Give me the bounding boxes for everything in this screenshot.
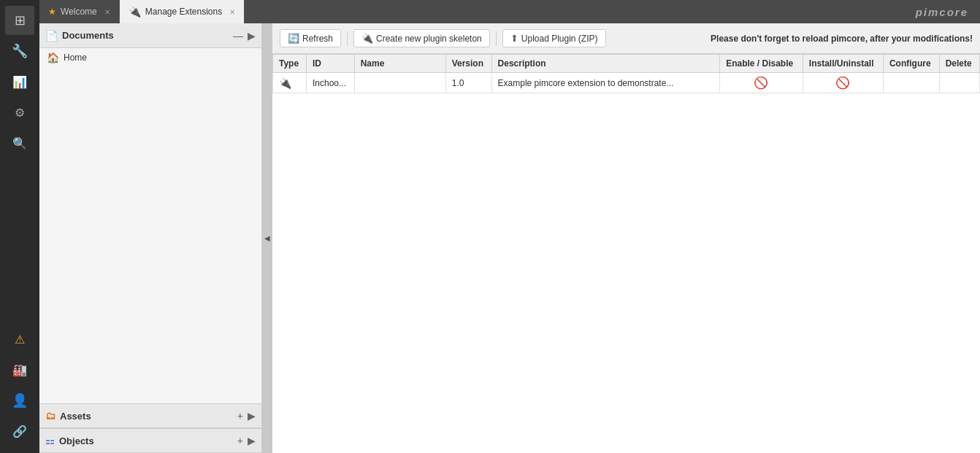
left-panel: 📄 Documents — ▶ 🏠 Home 🗂 Assets bbox=[39, 23, 262, 453]
extensions-toolbar: 🔄 Refresh 🔌 Create new plugin skeleton ⬆… bbox=[272, 23, 980, 54]
objects-title-label: Objects bbox=[59, 435, 94, 446]
chart-icon: 📊 bbox=[12, 75, 27, 89]
assets-icon: 🗂 bbox=[45, 410, 55, 422]
documents-icon: 📄 bbox=[45, 30, 58, 42]
col-enable-disable: Enable / Disable bbox=[720, 55, 803, 73]
extensions-table-scroll: Type ID Name Version Description Enable … bbox=[272, 54, 980, 453]
content-area: 📄 Documents — ▶ 🏠 Home 🗂 Assets bbox=[39, 23, 980, 453]
tab-welcome-label: Welcome bbox=[61, 7, 97, 17]
tab-bar: ★ Welcome ✕ 🔌 Manage Extensions ✕ pimcor… bbox=[39, 0, 980, 23]
create-plugin-label: Create new plugin skeleton bbox=[376, 34, 482, 44]
tab-welcome[interactable]: ★ Welcome ✕ bbox=[39, 0, 120, 23]
toolbar-sep-1 bbox=[347, 31, 348, 46]
col-install-uninstall: Install/Uninstall bbox=[803, 55, 883, 73]
cell-description: Example pimcore extension to demonstrate… bbox=[491, 73, 720, 93]
sidebar-icon-gear[interactable]: ⚙ bbox=[5, 98, 34, 127]
col-delete: Delete bbox=[939, 55, 979, 73]
documents-panel-header: 📄 Documents — ▶ bbox=[39, 23, 261, 48]
collapse-arrow-icon: ◀ bbox=[264, 234, 270, 242]
home-icon: 🏠 bbox=[47, 52, 59, 63]
sidebar-icon-search[interactable]: 🔍 bbox=[5, 128, 34, 158]
pimcore-logo-text: pimcore bbox=[916, 6, 968, 18]
share-icon: 🔗 bbox=[12, 425, 27, 438]
toolbar-warning: Please don't forget to reload pimcore, a… bbox=[711, 34, 973, 44]
col-version: Version bbox=[445, 55, 491, 73]
create-plugin-icon: 🔌 bbox=[361, 33, 373, 44]
sidebar-icon-wrench[interactable]: 🔧 bbox=[5, 36, 34, 66]
tab-welcome-close[interactable]: ✕ bbox=[104, 8, 110, 16]
collapse-handle[interactable]: ◀ bbox=[262, 23, 272, 453]
table-row: 🔌 Inchoo... 1.0 Example pimcore extensio… bbox=[273, 73, 980, 93]
sidebar-icon-factory[interactable]: 🏭 bbox=[5, 355, 34, 384]
cell-enable-disable[interactable]: 🚫 bbox=[720, 73, 803, 93]
sidebar-icon-warning[interactable]: ⚠ bbox=[5, 325, 34, 354]
assets-add-icon[interactable]: + bbox=[237, 410, 243, 422]
col-description: Description bbox=[491, 55, 720, 73]
search-icon: 🔍 bbox=[12, 136, 27, 150]
cell-name bbox=[354, 73, 445, 93]
sidebar: ⊞ 🔧 📊 ⚙ 🔍 ⚠ 🏭 👤 🔗 bbox=[0, 0, 39, 453]
assets-panel-header[interactable]: 🗂 Assets + ▶ bbox=[39, 403, 261, 428]
documents-title-label: Documents bbox=[62, 30, 114, 41]
documents-expand-icon[interactable]: ▶ bbox=[248, 30, 256, 42]
home-label: Home bbox=[64, 53, 87, 63]
wrench-icon: 🔧 bbox=[12, 43, 28, 59]
cell-id: Inchoo... bbox=[306, 73, 354, 93]
sidebar-icon-user[interactable]: 👤 bbox=[5, 386, 34, 415]
refresh-button[interactable]: 🔄 Refresh bbox=[280, 29, 341, 47]
assets-panel-actions: + ▶ bbox=[237, 410, 256, 422]
cell-install-uninstall[interactable]: 🚫 bbox=[803, 73, 883, 93]
documents-minimize-icon[interactable]: — bbox=[233, 30, 243, 42]
refresh-label: Refresh bbox=[302, 34, 333, 44]
pimcore-logo: pimcore bbox=[916, 0, 980, 23]
upload-plugin-button[interactable]: ⬆ Upload Plugin (ZIP) bbox=[502, 29, 606, 47]
cell-delete bbox=[939, 73, 979, 93]
cell-configure bbox=[883, 73, 939, 93]
objects-icon: ⚏ bbox=[45, 435, 55, 446]
objects-panel-header[interactable]: ⚏ Objects + ▶ bbox=[39, 428, 261, 453]
plugin-type-icon: 🔌 bbox=[279, 77, 291, 89]
col-name: Name bbox=[354, 55, 445, 73]
tab-manage-extensions-label: Manage Extensions bbox=[145, 7, 222, 17]
objects-panel-title: ⚏ Objects bbox=[45, 435, 94, 446]
objects-add-icon[interactable]: + bbox=[237, 435, 243, 446]
documents-panel-title: 📄 Documents bbox=[45, 30, 114, 42]
sidebar-icon-share[interactable]: 🔗 bbox=[5, 417, 34, 446]
col-id: ID bbox=[306, 55, 354, 73]
main-area: ★ Welcome ✕ 🔌 Manage Extensions ✕ pimcor… bbox=[39, 0, 980, 453]
upload-icon: ⬆ bbox=[510, 33, 518, 44]
refresh-icon: 🔄 bbox=[288, 33, 299, 44]
objects-panel-actions: + ▶ bbox=[237, 435, 256, 446]
upload-plugin-label: Upload Plugin (ZIP) bbox=[521, 34, 598, 44]
install-uninstall-icon[interactable]: 🚫 bbox=[835, 77, 850, 89]
cell-type: 🔌 bbox=[273, 73, 307, 93]
sidebar-icon-grid[interactable]: ⊞ bbox=[5, 6, 34, 35]
tab-manage-extensions-icon: 🔌 bbox=[129, 6, 141, 18]
assets-expand-icon[interactable]: ▶ bbox=[248, 410, 256, 422]
documents-panel-actions: — ▶ bbox=[233, 30, 256, 42]
tree-item-home[interactable]: 🏠 Home bbox=[39, 48, 261, 67]
objects-expand-icon[interactable]: ▶ bbox=[248, 435, 256, 446]
warning-icon: ⚠ bbox=[15, 333, 25, 346]
grid-icon: ⊞ bbox=[15, 12, 26, 28]
sidebar-icon-chart[interactable]: 📊 bbox=[5, 67, 34, 96]
user-icon: 👤 bbox=[12, 392, 28, 409]
gear-icon: ⚙ bbox=[15, 106, 25, 120]
cell-version: 1.0 bbox=[445, 73, 491, 93]
tree-spacer bbox=[39, 67, 261, 403]
create-plugin-button[interactable]: 🔌 Create new plugin skeleton bbox=[353, 29, 490, 47]
extensions-table-header-row: Type ID Name Version Description Enable … bbox=[273, 55, 980, 73]
col-type: Type bbox=[273, 55, 307, 73]
factory-icon: 🏭 bbox=[12, 363, 27, 377]
col-configure: Configure bbox=[883, 55, 939, 73]
tab-welcome-icon: ★ bbox=[48, 7, 56, 17]
assets-title-label: Assets bbox=[60, 411, 91, 422]
toolbar-sep-2 bbox=[496, 31, 497, 46]
tab-manage-extensions[interactable]: 🔌 Manage Extensions ✕ bbox=[120, 0, 245, 23]
extensions-table-body: 🔌 Inchoo... 1.0 Example pimcore extensio… bbox=[273, 73, 980, 93]
extensions-table-head: Type ID Name Version Description Enable … bbox=[273, 55, 980, 73]
assets-panel-title: 🗂 Assets bbox=[45, 410, 91, 422]
tab-manage-extensions-close[interactable]: ✕ bbox=[229, 8, 235, 16]
extensions-table: Type ID Name Version Description Enable … bbox=[272, 54, 980, 93]
enable-disable-icon[interactable]: 🚫 bbox=[754, 77, 768, 89]
